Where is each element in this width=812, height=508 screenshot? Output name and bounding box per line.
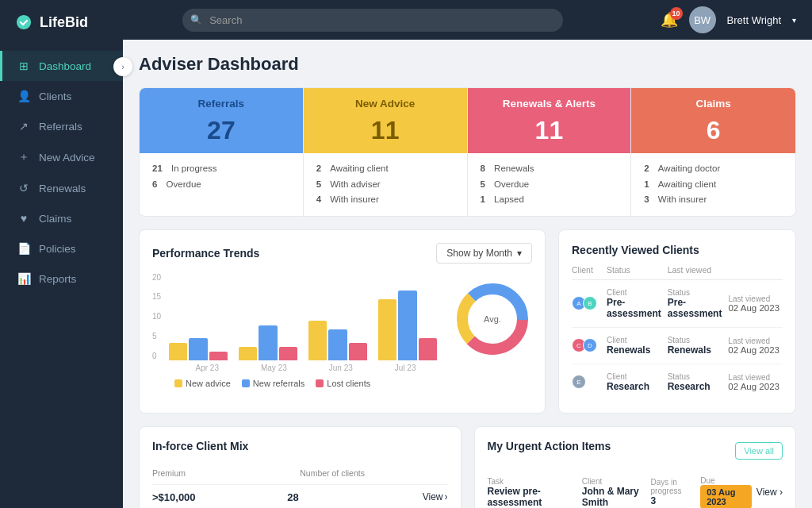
client-mix-row-1: >$10,000 28 View › bbox=[152, 485, 448, 508]
chevron-down-icon[interactable]: ▾ bbox=[792, 16, 796, 25]
sidebar-item-clients[interactable]: 👤 Clients bbox=[0, 81, 123, 111]
dropdown-chevron-icon: ▾ bbox=[517, 248, 522, 259]
referrals-overdue-label: Overdue bbox=[167, 177, 201, 193]
header-right: 🔔 10 BW Brett Wright ▾ bbox=[661, 6, 796, 33]
dropdown-label: Show by Month bbox=[446, 248, 512, 259]
view-chevron-icon: › bbox=[445, 491, 448, 502]
client-label-1: Client bbox=[607, 288, 661, 297]
bar-lost-jul bbox=[419, 338, 437, 360]
sidebar-item-renewals[interactable]: ↺ Renewals bbox=[0, 173, 123, 203]
legend-dot-yellow bbox=[174, 379, 182, 387]
notification-button[interactable]: 🔔 10 bbox=[661, 11, 678, 29]
card-details-claims: 2 Awaiting doctor 1 Awaiting client 3 Wi… bbox=[631, 153, 795, 216]
sidebar-item-reports[interactable]: 📊 Reports bbox=[0, 264, 123, 294]
client-mix-view-1[interactable]: View › bbox=[423, 491, 448, 502]
recently-viewed-row-3[interactable]: E Client Research Status Research Last v… bbox=[572, 364, 783, 400]
card-header-claims: Claims bbox=[631, 88, 795, 116]
content: Adviser Dashboard Referrals 27 21 In pro… bbox=[123, 40, 812, 508]
bar-new-advice-may bbox=[239, 347, 257, 360]
performance-card-top: Performance Trends Show by Month ▾ bbox=[152, 243, 532, 264]
user-name[interactable]: Brett Wright bbox=[727, 14, 781, 26]
bar-lost-apr bbox=[209, 352, 228, 360]
urgent-actions-card: My Urgent Action Items View all Task Rev… bbox=[474, 426, 797, 508]
card-details-new-advice: 2 Awaiting client 5 With adviser 4 With … bbox=[304, 153, 467, 216]
referrals-overdue-count: 6 bbox=[152, 177, 157, 193]
sidebar-label-new-advice: New Advice bbox=[39, 152, 95, 164]
client-avatar-2: C D bbox=[572, 338, 600, 352]
recently-viewed-header: Client Status Last viewed bbox=[572, 265, 783, 280]
advice-awaiting-count: 2 bbox=[316, 161, 321, 177]
card-header-referrals: Referrals bbox=[140, 88, 303, 116]
sidebar-label-renewals: Renewals bbox=[39, 183, 86, 194]
legend-new-referrals: New referrals bbox=[242, 379, 304, 388]
recently-viewed-title: Recently Viewed Clients bbox=[572, 244, 699, 256]
logo-icon bbox=[14, 13, 33, 32]
performance-dropdown[interactable]: Show by Month ▾ bbox=[436, 243, 532, 264]
bar-group-apr bbox=[169, 338, 228, 360]
summary-card-new-advice[interactable]: New Advice 11 2 Awaiting client 5 With a… bbox=[304, 88, 468, 216]
main-area: 🔍 🔔 10 BW Brett Wright ▾ Adviser Dashboa… bbox=[123, 0, 812, 508]
legend-dot-blue bbox=[242, 379, 250, 387]
search-icon: 🔍 bbox=[190, 14, 202, 25]
header: 🔍 🔔 10 BW Brett Wright ▾ bbox=[123, 0, 812, 40]
client-avatar-1: A B bbox=[572, 296, 600, 310]
bar-new-advice-jul bbox=[378, 299, 396, 360]
client-status-1: Pre-assessment bbox=[607, 297, 661, 319]
bar-new-referrals-jul bbox=[398, 291, 416, 360]
bar-new-referrals-may bbox=[259, 325, 277, 360]
sidebar-label-policies: Policies bbox=[39, 243, 76, 255]
view-all-button[interactable]: View all bbox=[735, 442, 783, 460]
sidebar-label-dashboard: Dashboard bbox=[39, 60, 91, 72]
recently-viewed-card: Recently Viewed Clients Client Status La… bbox=[558, 229, 796, 414]
sidebar: LifeBid › ⊞ Dashboard 👤 Clients ↗ Referr… bbox=[0, 0, 123, 508]
recently-viewed-row-2[interactable]: C D Client Renewals Status Renewals La bbox=[572, 328, 783, 364]
sidebar-label-claims: Claims bbox=[39, 213, 71, 225]
recently-viewed-row-1[interactable]: A B Client Pre-assessment Status Pre-ass… bbox=[572, 280, 783, 328]
sidebar-toggle[interactable]: › bbox=[113, 57, 132, 76]
search-bar: 🔍 bbox=[182, 9, 563, 32]
sidebar-item-dashboard[interactable]: ⊞ Dashboard bbox=[0, 51, 123, 81]
sidebar-item-referrals[interactable]: ↗ Referrals bbox=[0, 111, 123, 141]
bar-chart bbox=[169, 273, 437, 360]
urgent-actions-header: My Urgent Action Items View all bbox=[488, 440, 783, 462]
summary-card-referrals[interactable]: Referrals 27 21 In progress 6 Overdue bbox=[140, 88, 304, 216]
bar-group-may bbox=[239, 325, 297, 360]
referrals-inprogress-count: 21 bbox=[152, 161, 163, 177]
reports-icon: 📊 bbox=[17, 272, 31, 285]
chart-x-labels: Apr 23 May 23 Jun 23 Jul 23 bbox=[152, 364, 437, 372]
client-mix-header: Premium Number of clients bbox=[152, 462, 448, 485]
chart-legend: New advice New referrals Lost clients bbox=[152, 379, 437, 388]
avatar: BW bbox=[689, 6, 716, 33]
page-title: Adviser Dashboard bbox=[139, 54, 796, 75]
card-number-renewals: 11 bbox=[468, 116, 631, 153]
bar-group-jun bbox=[308, 321, 367, 360]
donut-label: Avg. bbox=[484, 314, 501, 324]
bar-new-advice-jun bbox=[308, 321, 327, 360]
bar-new-referrals-jun bbox=[328, 329, 347, 360]
dashboard-icon: ⊞ bbox=[17, 60, 31, 72]
summary-cards: Referrals 27 21 In progress 6 Overdue Ne… bbox=[139, 87, 796, 217]
bar-lost-jun bbox=[349, 343, 367, 360]
summary-card-renewals[interactable]: Renewals & Alerts 11 8 Renewals 5 Overdu… bbox=[468, 88, 632, 216]
due-badge-1: 03 Aug 2023 bbox=[700, 485, 752, 508]
middle-section: Performance Trends Show by Month ▾ 20 15 bbox=[139, 229, 796, 414]
sidebar-label-reports: Reports bbox=[39, 273, 76, 285]
legend-lost-clients: Lost clients bbox=[316, 379, 370, 388]
action-view-1[interactable]: View › bbox=[756, 487, 783, 498]
sidebar-item-claims[interactable]: ♥ Claims bbox=[0, 203, 123, 233]
bar-new-advice-apr bbox=[169, 343, 187, 360]
summary-card-claims[interactable]: Claims 6 2 Awaiting doctor 1 Awaiting cl… bbox=[631, 88, 795, 216]
avatar-initials: BW bbox=[694, 14, 710, 26]
card-number-referrals: 27 bbox=[140, 116, 303, 153]
client-mix-title: In-force Client Mix bbox=[152, 440, 448, 452]
urgent-actions-title: My Urgent Action Items bbox=[488, 440, 611, 452]
sidebar-nav: ⊞ Dashboard 👤 Clients ↗ Referrals ＋ New … bbox=[0, 51, 123, 294]
bar-group-jul bbox=[378, 291, 437, 360]
legend-dot-pink bbox=[316, 379, 324, 387]
sidebar-item-policies[interactable]: 📄 Policies bbox=[0, 233, 123, 264]
referrals-inprogress-label: In progress bbox=[171, 161, 217, 177]
search-input[interactable] bbox=[182, 9, 563, 32]
card-header-renewals: Renewals & Alerts bbox=[468, 88, 631, 116]
app-name: LifeBid bbox=[40, 14, 88, 31]
sidebar-item-new-advice[interactable]: ＋ New Advice bbox=[0, 141, 123, 173]
